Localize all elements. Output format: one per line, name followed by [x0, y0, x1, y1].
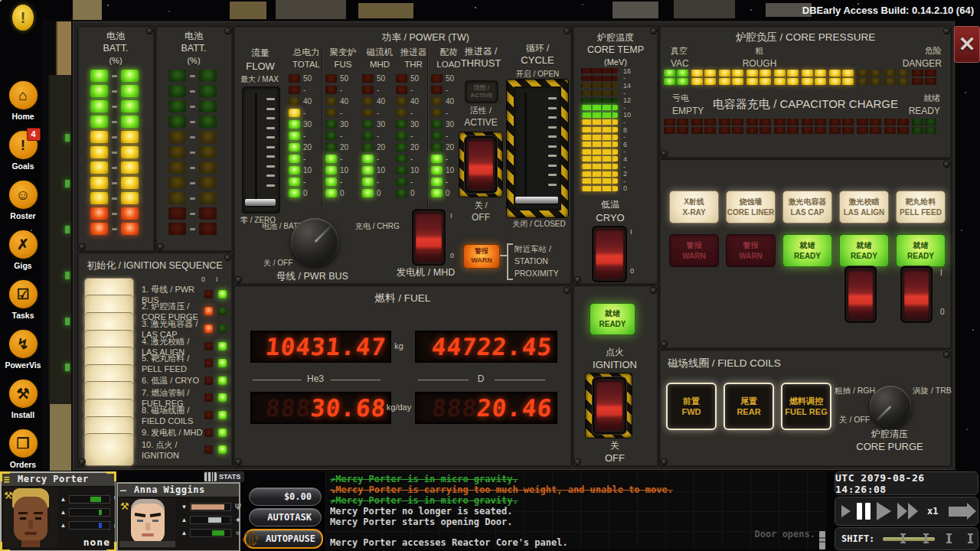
field-coils-panel: 磁场线圈 / FIELD COILS 前置FWD尾置REAR燃料调控FUEL R…	[659, 350, 952, 467]
stats-button[interactable]: STATS	[204, 471, 244, 482]
sidebar-item-powervis[interactable]: ↯PowerVis	[3, 328, 43, 370]
dash-icon[interactable]: –	[120, 484, 126, 497]
power-meter-thr: 推进器THR50-40-30-20-10-0	[396, 47, 431, 199]
subsys-off-label: 0	[940, 308, 945, 316]
sidebar-item-goals[interactable]: !4Goals	[3, 129, 43, 171]
crew-stat-row: ▲≈	[181, 527, 243, 540]
game-world-strip[interactable]	[42, 19, 73, 471]
crew-card-anna[interactable]: – Anna Wiggins ⚒ ▼Ψ▲✦▲≈	[116, 482, 240, 551]
ignition-sequence-panel: 初始化 / IGNITION SEQUENCE 0 I 1. 母线 / PWR …	[77, 253, 233, 467]
shift-slider-row: SHIFT:	[835, 527, 978, 550]
sidebar-item-gigs[interactable]: ✗Gigs	[3, 229, 43, 270]
battery-panel-1: 电池 BATT. (%)	[77, 26, 155, 252]
skip-arrow-icon[interactable]	[949, 507, 967, 517]
cryo-switch[interactable]	[592, 226, 627, 282]
subsystem-button-core-liner[interactable]: 烧蚀墙CORE LINER	[726, 191, 776, 223]
meter-led	[396, 132, 407, 140]
autotask-button[interactable]: AUTOTASK	[249, 508, 322, 527]
thrust-active-indicator[interactable]: 活性 /ACTIVE	[465, 80, 498, 103]
coil-button-rear[interactable]: 尾置REAR	[724, 383, 774, 430]
meter-led	[431, 155, 443, 163]
cycle-slider-handle[interactable]	[515, 197, 558, 204]
sidebar-item-home[interactable]: ⌂Home	[3, 80, 43, 121]
money-button[interactable]: $0.00	[249, 487, 322, 506]
sequence-on-led	[218, 411, 227, 419]
core-purge-knob[interactable]	[870, 386, 911, 427]
meter-led	[396, 86, 407, 94]
battery-led	[199, 85, 217, 97]
battery-led	[121, 100, 139, 112]
battery-led	[168, 161, 186, 174]
indicator-warn: 警报WARN	[726, 234, 776, 267]
meter-led	[362, 155, 374, 163]
vac-en: VAC	[671, 58, 689, 69]
purge-rgh-label: 粗抽 / RGH	[835, 386, 875, 396]
crew-stat-bar	[69, 508, 110, 517]
subsystem-button-x-ray[interactable]: X射线X-RAY	[669, 191, 719, 223]
play-slow-icon[interactable]	[841, 505, 851, 517]
mhd-label: 发电机 / MHD	[397, 266, 455, 279]
core-temp-bar	[581, 156, 618, 161]
autopause-button[interactable]: AUTOPAUSE	[244, 529, 323, 549]
sidebar-item-orders[interactable]: ❐Orders	[3, 428, 43, 469]
cap-ready-en: READY	[909, 106, 940, 116]
coil-button-fwd[interactable]: 前置FWD	[666, 383, 717, 430]
battery-led	[168, 131, 186, 143]
ship-wall	[48, 75, 74, 404]
proximity-bracket	[507, 243, 513, 280]
subsystem-button-pell-feed[interactable]: 靶丸给料PELL FEED	[896, 191, 946, 223]
sidebar-item-tasks[interactable]: ☑Tasks	[3, 279, 43, 320]
coil-button-fuel-reg[interactable]: 燃料调控FUEL REG	[781, 383, 831, 430]
alert-badge[interactable]: !	[12, 5, 34, 31]
crew-card-mercy[interactable]: ≡ Mercy Porter ⚒ ▲Ψ▲✦▲◉ none	[0, 471, 116, 551]
meter-led	[362, 178, 374, 186]
meter-led	[396, 143, 407, 152]
log-scrollbar[interactable]	[819, 531, 825, 549]
log-line: Mercy Porter no longer is seated.	[330, 506, 512, 517]
thrust-switch[interactable]	[465, 136, 497, 193]
core-temp-bar	[581, 164, 618, 169]
build-version-label: DBEarly Access Build: 0.14.2.10 (64)	[802, 5, 974, 16]
power-meter-fus: 聚变炉FUS50-40-30-20-10-0	[325, 47, 361, 199]
led-block	[912, 119, 936, 134]
close-button[interactable]: ✕	[954, 26, 980, 63]
seq-col-off: 0	[201, 276, 205, 283]
event-log[interactable]: ↗Mercy Porter is in micro gravity.↘Mercy…	[325, 471, 826, 549]
meter-led	[362, 109, 374, 117]
power-meter-total: 总电力TOTAL50-40-30-20-10-0	[289, 47, 324, 199]
meter-led	[325, 178, 337, 186]
core-temp-bar	[581, 105, 618, 110]
play-icon[interactable]	[877, 502, 891, 520]
shift-label: SHIFT:	[841, 533, 874, 544]
mhd-switch[interactable]	[412, 209, 446, 266]
subsystem-button-las-align[interactable]: 激光校瞄LAS ALIGN	[839, 191, 889, 223]
proximity-line2: STATION	[514, 256, 548, 266]
pell-feed-switch[interactable]	[900, 266, 933, 323]
crew-stat-bar	[69, 495, 110, 504]
install-icon: ⚒	[8, 378, 39, 409]
ignition-sequence-title: 初始化 / IGNITION SEQUENCE	[87, 259, 222, 272]
battery-led	[168, 223, 186, 235]
cycle-slider-track	[514, 86, 561, 210]
ignition-switch[interactable]	[593, 377, 626, 434]
core-temp-bar	[581, 90, 618, 96]
indicator-warn: 警报WARN	[669, 234, 719, 267]
battery-led	[168, 192, 186, 204]
pause-button[interactable]	[857, 503, 871, 520]
ignition-switch-frame	[586, 373, 632, 438]
thrust-switch-frame	[459, 132, 502, 197]
capacitor-title: 电容器充电 / CAPACITOR CHARGE	[713, 97, 898, 112]
las-align-switch[interactable]	[844, 266, 877, 323]
d-label: D	[478, 373, 485, 384]
led-block	[719, 119, 743, 134]
indicator-ready: 就绪READY	[896, 234, 946, 267]
subsystem-button-las-cap[interactable]: 激光电容器LAS CAP	[782, 191, 832, 223]
led-block	[884, 119, 909, 134]
sidebar-item-roster[interactable]: ☺Roster	[3, 179, 43, 220]
core-temp-bar	[581, 171, 618, 177]
ignition-panel: 就绪READY 点火 IGNITION 关 OFF	[573, 285, 658, 467]
sidebar-item-install[interactable]: ⚒Install	[3, 378, 43, 419]
fast-forward-icon[interactable]	[897, 503, 918, 520]
ship-wall-light	[65, 318, 70, 325]
hygiene-icon: ✦	[234, 516, 243, 524]
